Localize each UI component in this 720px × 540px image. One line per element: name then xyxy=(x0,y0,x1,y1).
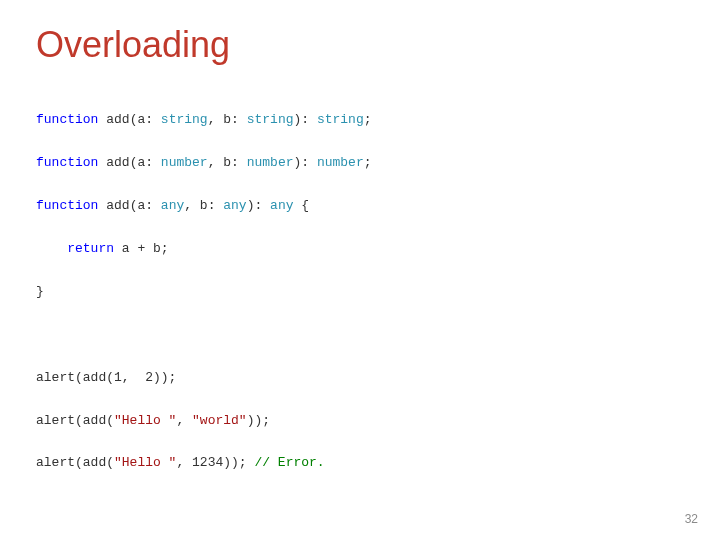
keyword-function: function xyxy=(36,112,98,127)
code-text: , b: xyxy=(184,198,223,213)
code-text: alert(add( xyxy=(36,413,114,428)
type-any: any xyxy=(223,198,246,213)
code-line-7: alert(add(1, 2)); xyxy=(36,367,684,388)
type-string: string xyxy=(247,112,294,127)
code-text: , 1234)); xyxy=(176,455,254,470)
code-text: a + b; xyxy=(114,241,169,256)
code-text: { xyxy=(293,198,309,213)
string-literal: "Hello " xyxy=(114,413,176,428)
code-text: ; xyxy=(364,155,372,170)
type-any: any xyxy=(161,198,184,213)
code-text: , b: xyxy=(208,155,247,170)
type-number: number xyxy=(161,155,208,170)
code-text: ): xyxy=(293,112,316,127)
code-text: ; xyxy=(364,112,372,127)
code-text: add(a: xyxy=(98,198,160,213)
slide: Overloading function add(a: string, b: s… xyxy=(0,0,720,540)
page-number: 32 xyxy=(685,512,698,526)
code-line-1: function add(a: string, b: string): stri… xyxy=(36,109,684,130)
code-text: add(a: xyxy=(98,155,160,170)
code-line-2: function add(a: number, b: number): numb… xyxy=(36,152,684,173)
type-number: number xyxy=(317,155,364,170)
code-text: alert(add(1, 2)); xyxy=(36,370,176,385)
type-string: string xyxy=(161,112,208,127)
code-line-6 xyxy=(36,324,684,345)
keyword-function: function xyxy=(36,198,98,213)
type-string: string xyxy=(317,112,364,127)
code-line-8: alert(add("Hello ", "world")); xyxy=(36,410,684,431)
keyword-return: return xyxy=(67,241,114,256)
code-line-3: function add(a: any, b: any): any { xyxy=(36,195,684,216)
comment: // Error. xyxy=(254,455,324,470)
code-text: } xyxy=(36,284,44,299)
keyword-function: function xyxy=(36,155,98,170)
code-text: alert(add( xyxy=(36,455,114,470)
code-text: , xyxy=(176,413,192,428)
code-line-5: } xyxy=(36,281,684,302)
code-text: )); xyxy=(247,413,270,428)
code-block: function add(a: string, b: string): stri… xyxy=(36,88,684,517)
code-indent xyxy=(36,241,67,256)
code-line-9: alert(add("Hello ", 1234)); // Error. xyxy=(36,452,684,473)
slide-title: Overloading xyxy=(36,24,684,66)
code-text: ): xyxy=(247,198,270,213)
code-text: add(a: xyxy=(98,112,160,127)
string-literal: "Hello " xyxy=(114,455,176,470)
code-line-4: return a + b; xyxy=(36,238,684,259)
code-text: , b: xyxy=(208,112,247,127)
code-text: ): xyxy=(293,155,316,170)
string-literal: "world" xyxy=(192,413,247,428)
type-number: number xyxy=(247,155,294,170)
type-any: any xyxy=(270,198,293,213)
